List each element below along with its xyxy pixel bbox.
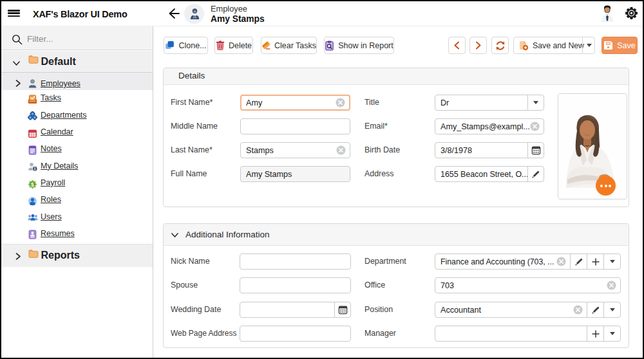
svg-text:$: $ xyxy=(31,181,34,187)
